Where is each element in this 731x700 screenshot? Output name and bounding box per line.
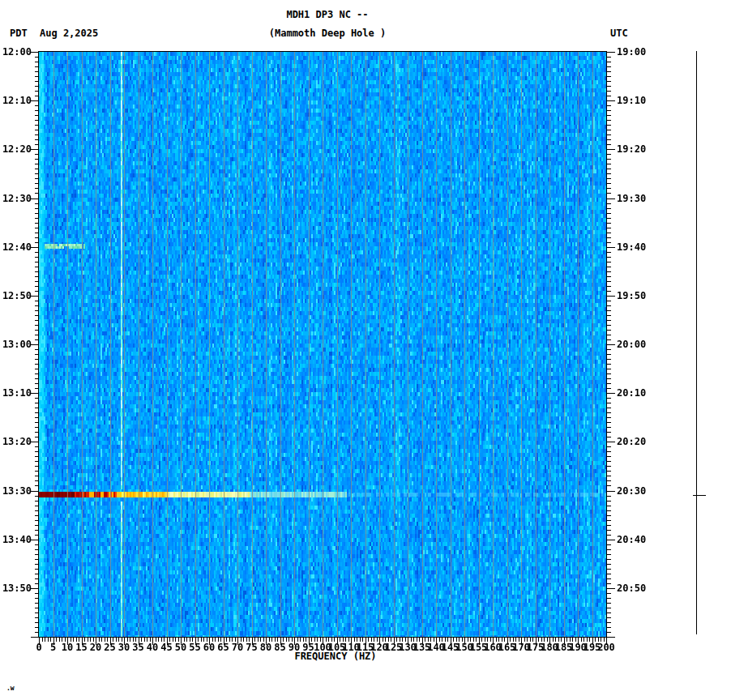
spectrogram-page: MDH1 DP3 NC -- (Mammoth Deep Hole ) PDT … — [0, 0, 731, 700]
spectrogram-canvas — [39, 52, 606, 637]
